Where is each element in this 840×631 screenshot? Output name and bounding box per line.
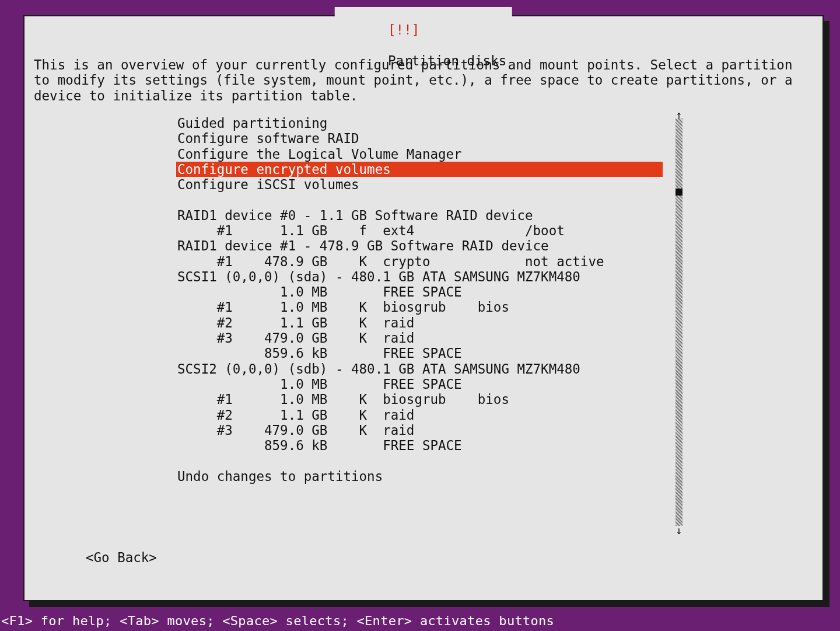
partition-line-1[interactable]: #1 1.1 GB f ext4 /boot <box>176 223 663 238</box>
partition-line-5[interactable]: 1.0 MB FREE SPACE <box>176 284 663 299</box>
menu-blank <box>176 454 684 469</box>
scrollbar-track[interactable] <box>676 118 682 526</box>
partition-line-3[interactable]: #1 478.9 GB K crypto not active <box>176 254 663 269</box>
partition-line-0[interactable]: RAID1 device #0 - 1.1 GB Software RAID d… <box>176 208 663 223</box>
partition-line-14[interactable]: #3 479.0 GB K raid <box>176 423 663 438</box>
partition-line-12[interactable]: #1 1.0 MB K biosgrub bios <box>176 392 663 407</box>
partition-line-11[interactable]: 1.0 MB FREE SPACE <box>176 376 663 392</box>
title-bang: [!!] <box>388 22 419 37</box>
partition-line-8[interactable]: #3 479.0 GB K raid <box>176 330 663 346</box>
partition-line-9[interactable]: 859.6 kB FREE SPACE <box>176 346 663 361</box>
partition-line-15[interactable]: 859.6 kB FREE SPACE <box>176 438 663 453</box>
key-help-footer: <F1> for help; <Tab> moves; <Space> sele… <box>0 611 840 631</box>
menu-item-undo-changes-to-partitions[interactable]: Undo changes to partitions <box>176 469 663 484</box>
partition-menu: Guided partitioningConfigure software RA… <box>176 116 684 484</box>
scrollbar-thumb[interactable] <box>676 189 682 196</box>
menu-blank <box>176 193 684 208</box>
menu-item-configure-software-raid[interactable]: Configure software RAID <box>176 131 663 146</box>
dialog-description: This is an overview of your currently co… <box>34 57 810 103</box>
partition-line-6[interactable]: #1 1.0 MB K biosgrub bios <box>176 299 663 315</box>
dialog-panel: [!!] Partition disks This is an overview… <box>23 15 824 601</box>
menu-item-configure-encrypted-volumes[interactable]: Configure encrypted volumes <box>176 162 663 177</box>
menu-item-guided-partitioning[interactable]: Guided partitioning <box>176 116 663 131</box>
partition-line-2[interactable]: RAID1 device #1 - 478.9 GB Software RAID… <box>176 238 663 253</box>
installer-screen: [!!] Partition disks This is an overview… <box>0 0 840 611</box>
title-text <box>388 38 396 53</box>
partition-line-4[interactable]: SCSI1 (0,0,0) (sda) - 480.1 GB ATA SAMSU… <box>176 269 663 284</box>
go-back-button[interactable]: <Go Back> <box>86 550 157 565</box>
scroll-down-arrow[interactable]: ↓ <box>674 524 684 536</box>
partition-line-7[interactable]: #2 1.1 GB K raid <box>176 315 663 330</box>
partition-line-10[interactable]: SCSI2 (0,0,0) (sdb) - 480.1 GB ATA SAMSU… <box>176 361 663 376</box>
partition-line-13[interactable]: #2 1.1 GB K raid <box>176 407 663 423</box>
menu-item-configure-the-logical-volume-manager[interactable]: Configure the Logical Volume Manager <box>176 147 663 162</box>
menu-item-configure-iscsi-volumes[interactable]: Configure iSCSI volumes <box>176 177 663 192</box>
